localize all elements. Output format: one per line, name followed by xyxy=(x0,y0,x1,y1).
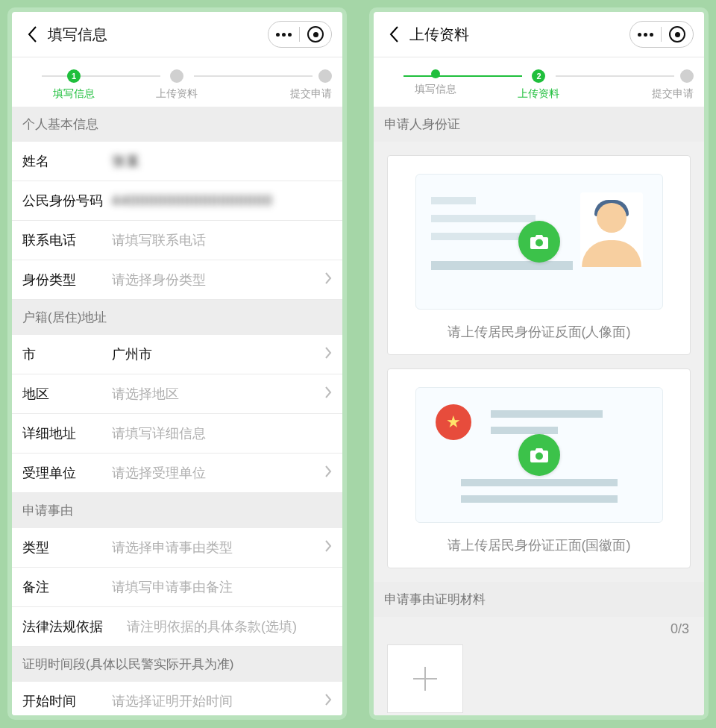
field-city[interactable]: 市 广州市 xyxy=(12,335,342,374)
chevron-right-icon xyxy=(324,346,332,363)
upload-id-portrait[interactable]: 请上传居民身份证反面(人像面) xyxy=(387,155,691,355)
page-title: 上传资料 xyxy=(409,25,469,45)
upload-caption: 请上传居民身份证正面(国徽面) xyxy=(448,536,631,554)
page-title: 填写信息 xyxy=(48,25,107,45)
step-fill-info: 1 填写信息 xyxy=(22,69,125,101)
upload-caption: 请上传居民身份证反面(人像面) xyxy=(448,323,631,341)
miniprogram-capsule[interactable] xyxy=(268,21,332,48)
camera-icon[interactable] xyxy=(518,221,560,263)
field-law-basis[interactable]: 法律法规依据 请注明依据的具体条款(选填) xyxy=(12,607,342,647)
national-emblem-icon: ★ xyxy=(436,404,471,440)
field-id-number[interactable]: 公民身份号码 440000000000000000 xyxy=(12,181,342,221)
section-basic-info: 个人基本信息 xyxy=(12,107,342,142)
step-submit: 提交申请 xyxy=(591,69,694,101)
upload-id-emblem[interactable]: ★ 请上传居民身份证正面(国徽面) xyxy=(387,368,691,568)
more-icon[interactable] xyxy=(638,33,653,37)
topbar: 填写信息 xyxy=(12,12,342,57)
close-icon[interactable] xyxy=(669,26,685,43)
step-fill-info: 填写信息 xyxy=(384,69,487,96)
camera-icon[interactable] xyxy=(518,434,560,476)
chevron-right-icon xyxy=(324,386,332,403)
field-start-time[interactable]: 开始时间 请选择证明开始时间 xyxy=(12,682,342,715)
section-reason: 申请事由 xyxy=(12,493,342,528)
miniprogram-capsule[interactable] xyxy=(629,21,694,48)
field-phone[interactable]: 联系电话 请填写联系电话 xyxy=(12,221,342,260)
screen-upload: 上传资料 填写信息 2 上传资料 提交申请 xyxy=(369,7,709,720)
step-upload: 2 上传资料 xyxy=(487,69,590,101)
field-reason-type[interactable]: 类型 请选择申请事由类型 xyxy=(12,528,342,568)
step-submit: 提交申请 xyxy=(229,69,332,101)
screen-fill-info: 填写信息 1 填写信息 上传资料 提交申请 xyxy=(7,7,347,720)
chevron-right-icon xyxy=(324,272,332,289)
id-back-placeholder: ★ xyxy=(415,387,663,523)
field-accept-unit[interactable]: 受理单位 请选择受理单位 xyxy=(12,454,342,493)
back-button[interactable] xyxy=(384,25,403,44)
step-upload: 上传资料 xyxy=(125,69,228,101)
section-address: 户籍(居住)地址 xyxy=(12,300,342,335)
proof-counter: 0/3 xyxy=(374,617,704,640)
back-button[interactable] xyxy=(22,25,42,44)
add-proof-button[interactable] xyxy=(387,644,463,713)
person-icon xyxy=(580,192,643,267)
close-icon[interactable] xyxy=(307,26,324,43)
chevron-right-icon xyxy=(324,465,332,482)
chevron-right-icon xyxy=(324,539,332,556)
step-indicator: 1 填写信息 上传资料 提交申请 xyxy=(12,57,342,107)
more-icon[interactable] xyxy=(276,33,292,37)
section-proof-material: 申请事由证明材料 xyxy=(374,582,704,617)
field-name[interactable]: 姓名 张某 xyxy=(12,142,342,181)
topbar: 上传资料 xyxy=(374,12,704,57)
section-id-card: 申请人身份证 xyxy=(374,107,704,142)
step-indicator: 填写信息 2 上传资料 提交申请 xyxy=(374,57,704,107)
id-front-placeholder xyxy=(415,174,663,310)
field-detail-address[interactable]: 详细地址 请填写详细信息 xyxy=(12,414,342,454)
field-id-type[interactable]: 身份类型 请选择身份类型 xyxy=(12,260,342,300)
field-district[interactable]: 地区 请选择地区 xyxy=(12,374,342,414)
field-reason-remark[interactable]: 备注 请填写申请事由备注 xyxy=(12,568,342,607)
chevron-right-icon xyxy=(324,693,332,710)
section-time-range: 证明时间段(具体以民警实际开具为准) xyxy=(12,647,342,682)
